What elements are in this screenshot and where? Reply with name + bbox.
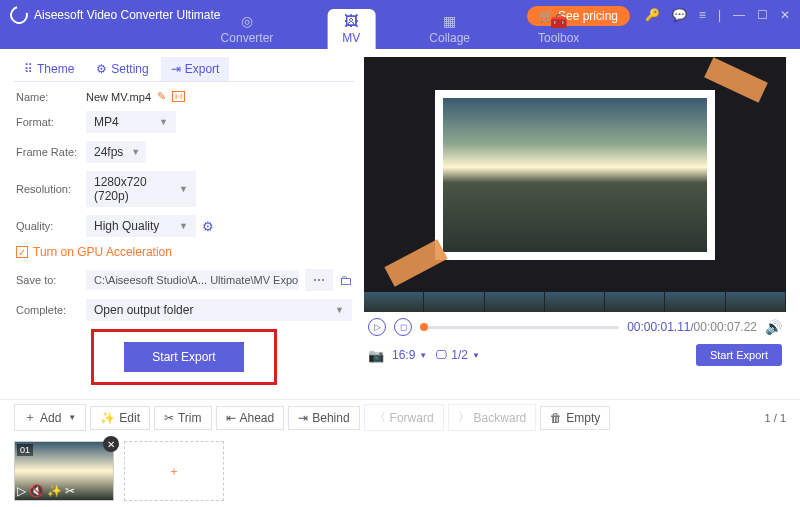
quality-label: Quality: (16, 220, 80, 232)
export-icon: ⇥ (171, 62, 181, 76)
resolution-label: Resolution: (16, 183, 80, 195)
scissors-icon: ✂ (164, 411, 174, 425)
clip-toolbar: ＋Add▼ ✨Edit ✂Trim ⇤Ahead ⇥Behind 〈Forwar… (0, 399, 800, 435)
ahead-icon: ⇤ (226, 411, 236, 425)
saveto-label: Save to: (16, 274, 80, 286)
behind-icon: ⇥ (298, 411, 308, 425)
chevron-down-icon: ▼ (179, 221, 188, 231)
ahead-button[interactable]: ⇤Ahead (216, 406, 285, 430)
edit-button[interactable]: ✨Edit (90, 406, 150, 430)
left-panel: ⠿Theme ⚙Setting ⇥Export Name:New MV.mp4✎… (14, 57, 354, 393)
preview-frame (435, 90, 715, 260)
highlight-box: Start Export (91, 329, 276, 385)
play-button[interactable]: ▷ (368, 318, 386, 336)
subtab-export[interactable]: ⇥Export (161, 57, 230, 81)
saveto-path: C:\Aiseesoft Studio\A... Ultimate\MV Exp… (86, 270, 299, 290)
framerate-select[interactable]: 24fps▼ (86, 141, 146, 163)
right-panel: ▷ ◻ 00:00:01.11/00:00:07.22 🔊 📷 16:9▼ 🖵1… (364, 57, 786, 393)
chevron-down-icon: ▼ (68, 413, 76, 422)
converter-icon: ◎ (237, 13, 257, 29)
scissors-icon[interactable]: ✂ (65, 484, 75, 498)
forward-button[interactable]: 〈Forward (364, 404, 444, 431)
app-logo: Aiseesoft Video Converter Ultimate (10, 6, 221, 24)
tab-collage[interactable]: ▦Collage (415, 9, 484, 49)
clip-thumb[interactable]: 01 ✕ ▷🔇✨✂ (14, 441, 114, 501)
menu-icon[interactable]: ≡ (699, 8, 706, 22)
tab-converter[interactable]: ◎Converter (207, 9, 288, 49)
start-export-button[interactable]: Start Export (124, 342, 243, 372)
quality-settings-icon[interactable]: ⚙ (202, 219, 214, 234)
seek-slider[interactable] (420, 326, 619, 329)
toolbox-icon: 🧰 (549, 13, 569, 29)
checkbox-icon: ✓ (16, 246, 28, 258)
mv-icon: 🖼 (341, 13, 361, 29)
empty-button[interactable]: 🗑Empty (540, 406, 610, 430)
maximize-button[interactable]: ☐ (757, 8, 768, 22)
open-folder-icon[interactable]: 🗀 (339, 273, 352, 288)
aspect-ratio-select[interactable]: 16:9▼ (392, 348, 427, 362)
backward-icon: 〉 (458, 409, 470, 426)
name-label: Name: (16, 91, 80, 103)
start-export-button-2[interactable]: Start Export (696, 344, 782, 366)
app-title: Aiseesoft Video Converter Ultimate (34, 8, 221, 22)
chevron-down-icon: ▼ (131, 147, 140, 157)
chevron-down-icon: ▼ (419, 351, 427, 360)
delete-clip-icon[interactable]: ✕ (103, 436, 119, 452)
close-button[interactable]: ✕ (780, 8, 790, 22)
subtab-theme[interactable]: ⠿Theme (14, 57, 84, 81)
resolution-select[interactable]: 1280x720 (720p)▼ (86, 171, 196, 207)
collage-icon: ▦ (440, 13, 460, 29)
volume-icon[interactable]: 🔊 (765, 319, 782, 335)
rename-icon[interactable]: I◦I (172, 91, 185, 102)
chevron-down-icon: ▼ (472, 351, 480, 360)
feedback-icon[interactable]: 💬 (672, 8, 687, 22)
name-value: New MV.mp4 (86, 91, 151, 103)
divider: | (718, 8, 721, 22)
wand-icon[interactable]: ✨ (47, 484, 62, 498)
chevron-down-icon: ▼ (179, 184, 188, 194)
tab-mv[interactable]: 🖼MV (327, 9, 375, 49)
mute-icon[interactable]: 🔇 (29, 484, 44, 498)
tape-decoration (384, 239, 447, 287)
plus-icon: ＋ (24, 409, 36, 426)
key-icon[interactable]: 🔑 (645, 8, 660, 22)
screen-icon: 🖵 (435, 348, 447, 362)
format-select[interactable]: MP4▼ (86, 111, 176, 133)
trim-button[interactable]: ✂Trim (154, 406, 212, 430)
chevron-down-icon: ▼ (335, 305, 344, 315)
stop-button[interactable]: ◻ (394, 318, 412, 336)
quality-select[interactable]: High Quality▼ (86, 215, 196, 237)
page-select[interactable]: 🖵1/2▼ (435, 348, 480, 362)
format-label: Format: (16, 116, 80, 128)
tab-toolbox[interactable]: 🧰Toolbox (524, 9, 593, 49)
snapshot-icon[interactable]: 📷 (368, 348, 384, 363)
chevron-down-icon: ▼ (159, 117, 168, 127)
clip-number: 01 (17, 444, 33, 456)
browse-button[interactable]: ⋯ (305, 269, 333, 291)
play-icon[interactable]: ▷ (17, 484, 26, 498)
nav-tabs: ◎Converter 🖼MV ▦Collage 🧰Toolbox (207, 9, 594, 49)
system-buttons: 🔑 💬 ≡ | — ☐ ✕ (645, 8, 790, 22)
timecode: 00:00:01.11/00:00:07.22 (627, 320, 757, 334)
logo-icon (7, 3, 32, 28)
video-preview[interactable] (364, 57, 786, 292)
clip-thumbnails: 01 ✕ ▷🔇✨✂ ＋ (0, 435, 800, 507)
subtab-setting[interactable]: ⚙Setting (86, 57, 158, 81)
complete-select[interactable]: Open output folder▼ (86, 299, 352, 321)
titlebar: Aiseesoft Video Converter Ultimate 🛒 See… (0, 0, 800, 49)
setting-icon: ⚙ (96, 62, 107, 76)
complete-label: Complete: (16, 304, 80, 316)
edit-name-icon[interactable]: ✎ (157, 90, 166, 103)
add-button[interactable]: ＋Add▼ (14, 404, 86, 431)
add-clip-button[interactable]: ＋ (124, 441, 224, 501)
behind-button[interactable]: ⇥Behind (288, 406, 359, 430)
trash-icon: 🗑 (550, 411, 562, 425)
wand-icon: ✨ (100, 411, 115, 425)
timeline-strip[interactable] (364, 292, 786, 312)
backward-button[interactable]: 〉Backward (448, 404, 537, 431)
theme-icon: ⠿ (24, 62, 33, 76)
minimize-button[interactable]: — (733, 8, 745, 22)
gpu-checkbox[interactable]: ✓Turn on GPU Acceleration (16, 245, 352, 259)
forward-icon: 〈 (374, 409, 386, 426)
framerate-label: Frame Rate: (16, 146, 80, 158)
